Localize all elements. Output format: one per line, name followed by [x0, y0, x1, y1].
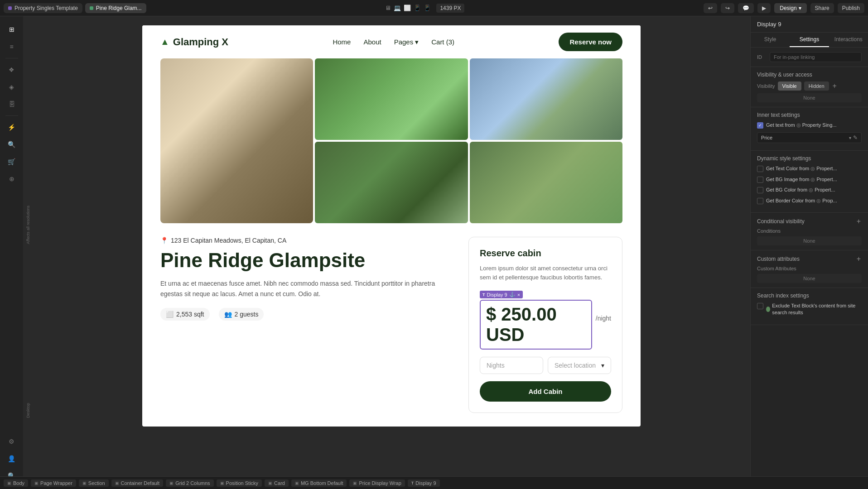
- breadcrumb-card[interactable]: ▣ Card: [265, 479, 289, 487]
- mg-label: MG Bottom Default: [301, 480, 343, 486]
- rail-pages-icon[interactable]: ⊞: [5, 22, 19, 37]
- conditional-visibility-section: Conditional visibility + Conditions None: [751, 213, 868, 250]
- tab-label-property: Property Singles Template: [14, 5, 78, 11]
- rail-ecommerce-icon[interactable]: 🛒: [5, 154, 19, 169]
- text-color-checkbox[interactable]: [757, 166, 763, 172]
- preview-button[interactable]: ▶: [757, 3, 771, 13]
- gallery-cell-3: [315, 142, 468, 223]
- tab-settings[interactable]: Settings: [790, 33, 829, 47]
- custom-attr-add-button[interactable]: +: [856, 255, 862, 263]
- publish-button[interactable]: Publish: [838, 3, 864, 13]
- right-panel: Display 9 Style Settings Interactions ID…: [750, 16, 868, 489]
- badge-anchor-icon: ⚓: [509, 292, 516, 297]
- mobile-icon[interactable]: 📱: [424, 5, 431, 11]
- add-cabin-button[interactable]: Add Cabin: [480, 381, 611, 402]
- rail-seo-icon[interactable]: 🔍: [5, 137, 19, 152]
- text-color-row: Get Text Color from ◎ Propert...: [757, 165, 862, 172]
- guests-stat: 👥 2 guests: [219, 308, 264, 321]
- cond-vis-add-button[interactable]: +: [856, 217, 862, 225]
- tab-interactions[interactable]: Interactions: [829, 33, 868, 47]
- container-icon: ▣: [115, 481, 119, 485]
- rail-interactions-icon[interactable]: ⚡: [5, 120, 19, 134]
- breadcrumb-price-wrap[interactable]: ▣ Price Display Wrap: [349, 479, 405, 487]
- top-bar-actions: ↩ ↪ 💬 ▶ Design ▾ Share Publish: [704, 3, 864, 13]
- breadcrumb-display9[interactable]: T Display 9: [408, 479, 440, 487]
- nav-home[interactable]: Home: [333, 38, 351, 46]
- price-wrap-label: Price Display Wrap: [359, 480, 401, 486]
- bg-color-label: Get BG Color from ◎ Propert...: [766, 187, 835, 193]
- cond-vis-none: None: [757, 236, 862, 245]
- inner-text-title: Inner text settings: [757, 112, 862, 118]
- visibility-title: Visibility & user access: [757, 72, 862, 78]
- nav-pages[interactable]: Pages ▾: [394, 38, 419, 46]
- breadcrumb-page-wrapper[interactable]: ▣ Page Wrapper: [31, 479, 76, 487]
- get-text-checkbox[interactable]: ✓: [757, 122, 763, 129]
- hidden-button[interactable]: Hidden: [804, 82, 829, 91]
- breadcrumb-body[interactable]: ▣ Body: [4, 479, 28, 487]
- body-icon: ▣: [7, 481, 11, 485]
- reserve-button[interactable]: Reserve now: [559, 33, 622, 51]
- monitor-icon[interactable]: 🖥: [385, 5, 391, 11]
- undo-button[interactable]: ↩: [704, 3, 717, 13]
- content-section: 📍 123 El Capitan Meadows, El Capitan, CA…: [142, 237, 641, 427]
- badge-close-icon[interactable]: ×: [517, 292, 520, 297]
- gallery-main-image: [160, 58, 313, 223]
- rail-user-icon[interactable]: 👤: [5, 451, 19, 466]
- search-index-section: Search index settings Exclude Text Block…: [751, 288, 868, 325]
- rail-assets-icon[interactable]: ◈: [5, 80, 19, 94]
- nav-about[interactable]: About: [363, 38, 381, 46]
- edit-button[interactable]: ✎: [853, 134, 858, 141]
- location-tag: 📍 123 El Capitan Meadows, El Capitan, CA: [160, 237, 450, 244]
- design-mode-button[interactable]: Design ▾: [774, 3, 806, 13]
- id-input[interactable]: [770, 52, 862, 62]
- canvas-area[interactable]: ▲ Glamping X Home About Pages ▾ Cart (3)…: [33, 16, 750, 489]
- tab-property-singles[interactable]: Property Singles Template: [4, 3, 82, 13]
- exclude-search-checkbox[interactable]: [757, 303, 763, 309]
- nights-input[interactable]: Nights: [480, 357, 543, 374]
- laptop-icon[interactable]: 💻: [394, 5, 401, 11]
- location-text: 123 El Capitan Meadows, El Capitan, CA: [171, 237, 286, 244]
- chevron-down-nav-icon: ▾: [415, 38, 419, 46]
- tablet-portrait-icon[interactable]: 📱: [414, 5, 421, 11]
- visible-button[interactable]: Visible: [778, 82, 801, 91]
- card-label: Card: [274, 480, 285, 486]
- booking-description: Lorem ipsum dolor sit amet consectetur u…: [480, 264, 611, 282]
- rail-divider-1: [5, 58, 18, 58]
- bg-image-checkbox[interactable]: [757, 177, 763, 183]
- tab-pine-ridge[interactable]: Pine Ridge Glam...: [85, 3, 146, 13]
- cond-vis-title: Conditional visibility: [757, 218, 805, 225]
- rail-cms-icon[interactable]: 🗄: [5, 97, 19, 111]
- breadcrumb-section[interactable]: ▣ Section: [79, 479, 109, 487]
- visibility-add-button[interactable]: +: [832, 82, 838, 90]
- breadcrumb-position-sticky[interactable]: ▣ Position Sticky: [217, 479, 262, 487]
- breadcrumb-mg-bottom[interactable]: ▣ MG Bottom Default: [291, 479, 347, 487]
- nav-cart[interactable]: Cart (3): [431, 38, 454, 46]
- location-input[interactable]: Select location ▾: [548, 357, 611, 374]
- tab-style[interactable]: Style: [751, 33, 790, 47]
- get-text-label: Get text from ◎ Property Sing...: [766, 122, 837, 129]
- price-display: T Display 9 ⚓ × $ 250.00 USD /night: [480, 289, 611, 350]
- visibility-none: None: [757, 93, 862, 102]
- border-color-checkbox[interactable]: [757, 198, 763, 204]
- nights-placeholder: Nights: [487, 362, 505, 369]
- breadcrumb-grid[interactable]: ▣ Grid 2 Columns: [166, 479, 213, 487]
- rail-components-icon[interactable]: ❖: [5, 62, 19, 77]
- rail-layers-icon[interactable]: ≡: [5, 39, 19, 54]
- price-dropdown[interactable]: Price ▾ ✎: [757, 132, 862, 143]
- section-icon: ▣: [82, 481, 87, 485]
- panel-header: Display 9: [751, 16, 868, 33]
- get-text-row: ✓ Get text from ◎ Property Sing...: [757, 122, 862, 129]
- rail-settings-icon[interactable]: ⚙: [5, 434, 19, 449]
- comment-button[interactable]: 💬: [738, 3, 754, 13]
- redo-button[interactable]: ↪: [721, 3, 734, 13]
- tablet-landscape-icon[interactable]: ⬜: [404, 5, 411, 11]
- guests-value: 2 guests: [235, 311, 259, 318]
- bg-color-checkbox[interactable]: [757, 187, 763, 193]
- property-description: Et urna ac et maecenas fusce amet. Nibh …: [160, 278, 450, 299]
- breadcrumb-container[interactable]: ▣ Container Default: [111, 479, 164, 487]
- rail-apps-icon[interactable]: ⊕: [5, 172, 19, 186]
- share-button[interactable]: Share: [810, 3, 834, 13]
- grid-label: Grid 2 Columns: [175, 480, 210, 486]
- bg-image-row: Get BG Image from ◎ Propert...: [757, 176, 862, 183]
- location-placeholder: Select location: [555, 362, 596, 369]
